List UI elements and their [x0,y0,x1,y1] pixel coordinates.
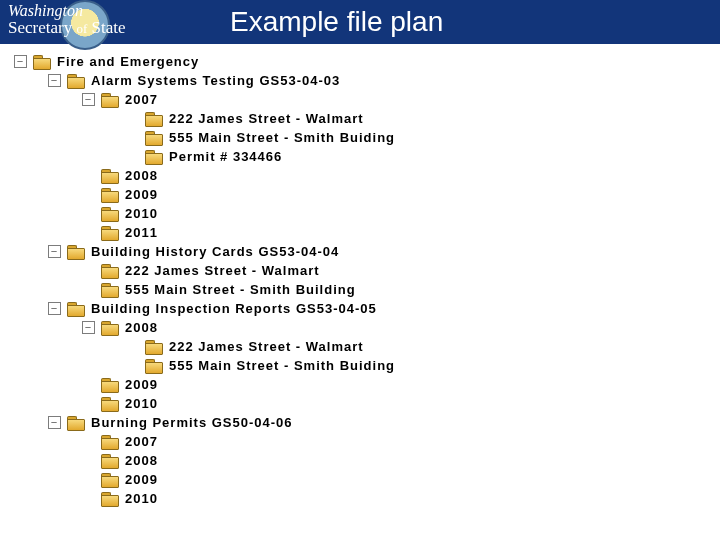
tree-item[interactable]: 555 Main Street - Smith Building [82,280,720,299]
brand-word-state: State [92,18,126,37]
page-title: Example file plan [230,6,443,38]
tree-item[interactable]: 2011 [82,223,720,242]
tree-label: 2009 [125,377,158,392]
tree-section[interactable]: − Alarm Systems Testing GS53-04-03 [48,71,720,90]
tree-label: 2009 [125,472,158,487]
tree-label: 222 James Street - Walmart [169,339,364,354]
tree-root[interactable]: − Fire and Emergency [14,52,720,71]
tree-item[interactable]: − 2007 [82,90,720,109]
folder-icon [101,321,119,335]
tree-label: Building History Cards GS53-04-04 [91,244,339,259]
folder-icon [33,55,51,69]
tree-label: 2010 [125,396,158,411]
folder-icon [101,188,119,202]
tree-item[interactable]: 555 Main Street - Smith Buiding [126,128,720,147]
brand-block: Washington Secretary of State [8,2,126,38]
tree-item[interactable]: 222 James Street - Walmart [126,337,720,356]
brand-word-of: of [76,21,87,36]
collapse-icon[interactable]: − [48,74,61,87]
tree-label: Building Inspection Reports GS53-04-05 [91,301,377,316]
tree-item[interactable]: 2009 [82,375,720,394]
tree-item[interactable]: − 2008 [82,318,720,337]
tree-label: 2008 [125,453,158,468]
tree-label: Permit # 334466 [169,149,282,164]
tree-item[interactable]: 222 James Street - Walmart [126,109,720,128]
brand-word-secretary: Secretary [8,18,72,37]
tree-item[interactable]: 2008 [82,166,720,185]
folder-icon [145,340,163,354]
folder-icon [101,264,119,278]
tree-section[interactable]: − Building History Cards GS53-04-04 [48,242,720,261]
tree-item[interactable]: 2009 [82,470,720,489]
collapse-icon[interactable]: − [14,55,27,68]
tree-item[interactable]: 2010 [82,204,720,223]
tree-label: 2007 [125,92,158,107]
folder-icon [67,302,85,316]
folder-icon [101,283,119,297]
tree-label: 2011 [125,225,158,240]
folder-icon [145,131,163,145]
tree-label: Fire and Emergency [57,54,199,69]
folder-icon [145,150,163,164]
collapse-icon[interactable]: − [82,321,95,334]
folder-icon [67,416,85,430]
tree-item[interactable]: 2010 [82,394,720,413]
tree-section[interactable]: − Building Inspection Reports GS53-04-05 [48,299,720,318]
tree-item[interactable]: 2010 [82,489,720,508]
folder-icon [101,492,119,506]
tree-label: Burning Permits GS50-04-06 [91,415,293,430]
collapse-icon[interactable]: − [82,93,95,106]
tree-item[interactable]: 555 Main Street - Smith Buiding [126,356,720,375]
brand-office: Secretary of State [8,18,126,38]
tree-label: 222 James Street - Walmart [125,263,320,278]
folder-icon [101,435,119,449]
tree-item[interactable]: Permit # 334466 [126,147,720,166]
folder-icon [101,93,119,107]
tree-label: 2008 [125,168,158,183]
tree-label: 222 James Street - Walmart [169,111,364,126]
folder-icon [101,454,119,468]
folder-icon [145,359,163,373]
folder-icon [67,245,85,259]
tree-label: 2009 [125,187,158,202]
folder-icon [101,207,119,221]
folder-icon [101,378,119,392]
tree-label: 2010 [125,491,158,506]
folder-icon [101,169,119,183]
tree-label: 555 Main Street - Smith Building [125,282,356,297]
tree-label: 555 Main Street - Smith Buiding [169,358,395,373]
folder-icon [101,397,119,411]
collapse-icon[interactable]: − [48,416,61,429]
collapse-icon[interactable]: − [48,302,61,315]
file-plan-tree: − Fire and Emergency − Alarm Systems Tes… [0,44,720,508]
tree-label: 2008 [125,320,158,335]
tree-label: 555 Main Street - Smith Buiding [169,130,395,145]
tree-label: Alarm Systems Testing GS53-04-03 [91,73,340,88]
header-bar: Washington Secretary of State Example fi… [0,0,720,44]
tree-label: 2010 [125,206,158,221]
folder-icon [101,473,119,487]
folder-icon [101,226,119,240]
tree-section[interactable]: − Burning Permits GS50-04-06 [48,413,720,432]
tree-item[interactable]: 222 James Street - Walmart [82,261,720,280]
tree-label: 2007 [125,434,158,449]
tree-item[interactable]: 2009 [82,185,720,204]
folder-icon [145,112,163,126]
tree-item[interactable]: 2007 [82,432,720,451]
collapse-icon[interactable]: − [48,245,61,258]
folder-icon [67,74,85,88]
tree-item[interactable]: 2008 [82,451,720,470]
